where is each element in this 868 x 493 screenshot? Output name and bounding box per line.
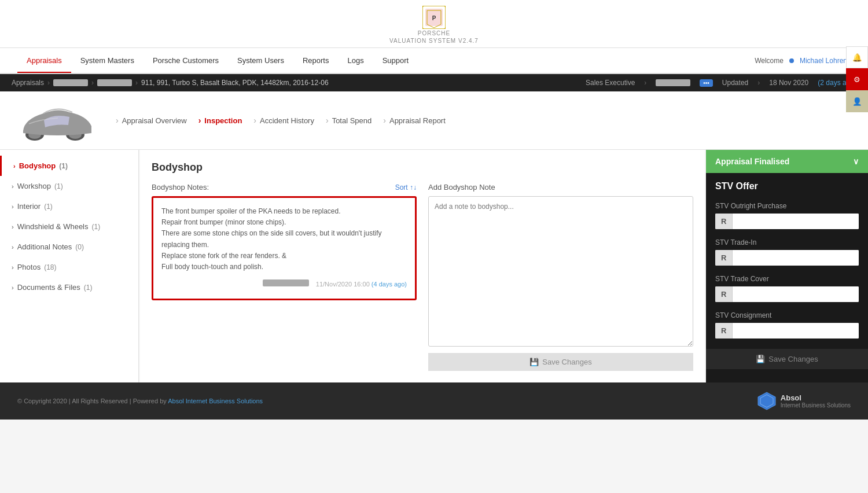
step-sep-inspection: ›: [198, 116, 201, 125]
nav-support[interactable]: Support: [373, 48, 418, 73]
stv-input-tradecover[interactable]: [733, 286, 859, 302]
step-label-inspection: Inspection: [204, 116, 242, 125]
breadcrumb-redacted-1: [53, 79, 88, 86]
car-svg: [12, 97, 98, 144]
save-changes-button[interactable]: 💾 Save Changes: [428, 353, 693, 371]
stv-currency-tradecover: R: [715, 286, 733, 302]
note-content: The front bumper spoiler of the PKA need…: [161, 206, 407, 273]
absol-label: Absol: [781, 393, 851, 402]
step-appraisal-report[interactable]: › Appraisal Report: [377, 113, 451, 127]
nav-logs[interactable]: Logs: [338, 48, 373, 73]
add-note-textarea[interactable]: [428, 196, 693, 347]
step-appraisal-overview[interactable]: › Appraisal Overview: [110, 113, 193, 127]
gear-icon: ⚙: [854, 75, 860, 84]
bell-icon: 🔔: [852, 53, 862, 62]
right-panel-save-button[interactable]: 💾 Save Changes: [706, 349, 868, 369]
stv-label-tradecover: STV Trade Cover: [715, 275, 859, 283]
updated-date: 18 Nov 2020: [769, 79, 808, 87]
notes-label: Bodyshop Notes:: [152, 183, 209, 192]
sidebar-item-workshop[interactable]: › Workshop (1): [0, 176, 138, 196]
user-icon-btn[interactable]: 👤: [846, 90, 868, 112]
sort-button[interactable]: Sort ↑↓: [395, 183, 417, 192]
absol-logo: Absol Internet Business Solutions: [757, 392, 851, 410]
footer-copyright-text: © Copyright 2020 | All Rights Reserved |…: [17, 398, 167, 404]
breadcrumb-right: Sales Executive › ••• Updated › 18 Nov 2…: [586, 79, 856, 87]
step-total-spend[interactable]: › Total Spend: [320, 113, 377, 127]
sidebar-item-interior[interactable]: › Interior (1): [0, 196, 138, 216]
brand-title: PORSCHE: [418, 30, 450, 36]
nav-username[interactable]: Michael Lohrenz: [800, 57, 851, 65]
stv-label-tradein: STV Trade-In: [715, 238, 859, 246]
sidebar-item-photos[interactable]: › Photos (18): [0, 257, 138, 277]
notes-right: Add Bodyshop Note 💾 Save Changes: [428, 183, 693, 371]
sidebar-label-documents: Documents & Files: [17, 283, 80, 292]
notes-area: Bodyshop Notes: Sort ↑↓ The front bumper…: [152, 183, 693, 371]
stv-input-row-tradein: R: [715, 250, 859, 266]
footer-right: Absol Internet Business Solutions: [757, 392, 851, 410]
step-sep-accident: ›: [253, 116, 256, 125]
car-image: [12, 97, 98, 144]
breadcrumb-redacted-2: [97, 79, 132, 86]
add-note-label: Add Bodyshop Note: [428, 183, 495, 192]
top-header: P PORSCHE VALUATION SYSTEM V2.4.7: [0, 0, 868, 48]
breadcrumb-appraisals[interactable]: Appraisals: [12, 79, 44, 87]
note-box: The front bumper spoiler of the PKA need…: [152, 196, 417, 300]
stv-field-outright: STV Outright Purchase R: [706, 197, 868, 234]
user-status-dot: [789, 58, 794, 63]
welcome-text: Welcome: [755, 57, 784, 65]
left-sidebar: › Bodyshop (1) › Workshop (1) › Interior…: [0, 150, 139, 382]
content-body: › Bodyshop (1) › Workshop (1) › Interior…: [0, 150, 868, 382]
stv-field-tradein: STV Trade-In R: [706, 234, 868, 270]
arrow-icon-interior: ›: [12, 203, 14, 210]
step-accident-history[interactable]: › Accident History: [248, 113, 320, 127]
note-date: 11/Nov/2020 16:00: [316, 281, 370, 288]
nav-links: Appraisals System Masters Porsche Custom…: [17, 48, 418, 73]
appraisal-finalised-header: Appraisal Finalised ∨: [706, 150, 868, 173]
stv-input-consignment[interactable]: [733, 323, 859, 339]
notes-header: Bodyshop Notes: Sort ↑↓: [152, 183, 417, 192]
sidebar-item-windshield[interactable]: › Windshield & Wheels (1): [0, 216, 138, 237]
breadcrumb-sep-1: ›: [47, 79, 50, 87]
step-label-report: Appraisal Report: [389, 116, 446, 125]
sidebar-count-interior: (1): [44, 203, 53, 211]
sidebar-label-interior: Interior: [17, 202, 41, 211]
sidebar-count-additional: (0): [75, 243, 84, 251]
step-inspection[interactable]: › Inspection: [193, 113, 248, 127]
stv-currency-outright: R: [715, 214, 733, 229]
chevron-down-icon: ∨: [853, 157, 859, 166]
absol-icon: [757, 392, 776, 410]
arrow-icon-documents: ›: [12, 284, 14, 291]
logo-area: P PORSCHE VALUATION SYSTEM V2.4.7: [0, 6, 868, 44]
stv-input-tradein[interactable]: [733, 250, 859, 266]
bell-icon-btn[interactable]: 🔔: [846, 46, 868, 68]
floppy-icon: 💾: [529, 358, 539, 366]
sidebar-count-photos: (18): [44, 263, 56, 271]
nav-appraisals[interactable]: Appraisals: [17, 48, 71, 73]
user-icon: 👤: [852, 97, 862, 106]
nav-reports[interactable]: Reports: [293, 48, 339, 73]
footer: © Copyright 2020 | All Rights Reserved |…: [0, 382, 868, 420]
sidebar-item-documents[interactable]: › Documents & Files (1): [0, 277, 138, 297]
sidebar-count-documents: (1): [84, 284, 93, 292]
nav-system-users[interactable]: System Users: [228, 48, 293, 73]
updated-label: Updated: [722, 79, 748, 87]
step-sep-overview: ›: [116, 116, 119, 125]
arrow-icon-bodyshop: ›: [13, 163, 16, 170]
bodyshop-title: Bodyshop: [152, 161, 693, 174]
main-navbar: Appraisals System Masters Porsche Custom…: [0, 48, 868, 74]
step-sep-spend: ›: [326, 116, 329, 125]
gear-icon-btn[interactable]: ⚙: [846, 68, 868, 90]
footer-company-link[interactable]: Absol Internet Business Solutions: [168, 398, 263, 404]
stv-field-consignment: STV Consignment R: [706, 307, 868, 343]
note-author-redacted: [263, 279, 309, 286]
sidebar-item-bodyshop[interactable]: › Bodyshop (1): [0, 156, 138, 176]
sales-executive-label: Sales Executive: [586, 79, 635, 87]
svg-text:P: P: [432, 15, 436, 21]
sidebar-label-additional: Additional Notes: [17, 242, 72, 251]
stv-input-outright[interactable]: [733, 214, 859, 229]
stv-field-tradecover: STV Trade Cover R: [706, 270, 868, 307]
nav-porsche-customers[interactable]: Porsche Customers: [144, 48, 228, 73]
sidebar-item-additional-notes[interactable]: › Additional Notes (0): [0, 237, 138, 257]
arrow-icon-photos: ›: [12, 264, 14, 271]
nav-system-masters[interactable]: System Masters: [71, 48, 144, 73]
